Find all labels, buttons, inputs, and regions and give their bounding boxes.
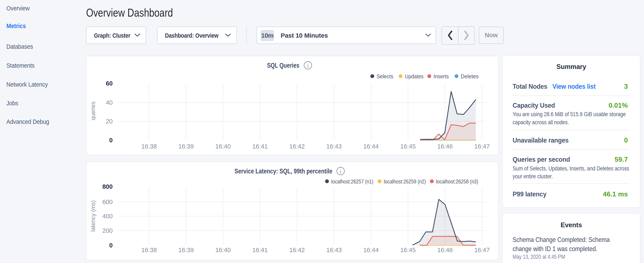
svg-text:i: i [340, 168, 342, 175]
svg-text:16:40: 16:40 [216, 247, 231, 253]
svg-text:800: 800 [102, 183, 113, 190]
svg-text:16:41: 16:41 [252, 247, 268, 253]
svg-text:200: 200 [102, 227, 113, 234]
svg-text:16:38: 16:38 [142, 143, 157, 150]
svg-text:localhost:26259 (n2): localhost:26259 (n2) [384, 178, 426, 184]
svg-text:latency (ms): latency (ms) [90, 200, 96, 231]
svg-text:0: 0 [109, 137, 113, 144]
svg-text:16:46: 16:46 [437, 143, 453, 150]
svg-text:16:39: 16:39 [178, 143, 194, 150]
svg-text:Service Latency: SQL, 99th per: Service Latency: SQL, 99th percentile [234, 167, 332, 175]
svg-text:16:41: 16:41 [252, 143, 268, 150]
svg-text:16:40: 16:40 [216, 143, 231, 150]
svg-text:16:47: 16:47 [474, 247, 490, 253]
svg-text:600: 600 [102, 198, 113, 205]
svg-text:16:42: 16:42 [289, 247, 305, 253]
svg-text:0: 0 [109, 242, 113, 249]
svg-text:40: 40 [106, 99, 113, 106]
svg-text:16:38: 16:38 [142, 247, 157, 253]
svg-text:i: i [307, 63, 309, 69]
svg-text:16:44: 16:44 [363, 143, 379, 150]
svg-text:16:44: 16:44 [363, 247, 379, 253]
svg-text:16:45: 16:45 [400, 143, 416, 150]
svg-text:16:45: 16:45 [400, 247, 416, 253]
svg-text:16:46: 16:46 [437, 247, 453, 253]
svg-text:16:47: 16:47 [474, 143, 490, 150]
svg-text:400: 400 [102, 213, 113, 220]
svg-text:16:42: 16:42 [289, 143, 305, 150]
svg-text:60: 60 [106, 80, 113, 87]
svg-text:16:43: 16:43 [326, 143, 342, 150]
svg-text:localhost:26258 (n3): localhost:26258 (n3) [436, 178, 478, 184]
svg-text:Selects: Selects [376, 73, 393, 79]
svg-text:localhost:26257 (n1): localhost:26257 (n1) [331, 178, 373, 184]
svg-text:Updates: Updates [405, 73, 424, 79]
svg-text:16:43: 16:43 [326, 247, 342, 253]
svg-text:queries: queries [90, 102, 96, 120]
svg-text:20: 20 [106, 118, 113, 125]
svg-text:16:39: 16:39 [178, 247, 194, 253]
svg-text:Inserts: Inserts [434, 73, 449, 79]
svg-text:SQL Queries: SQL Queries [267, 62, 299, 69]
svg-text:Deletes: Deletes [461, 73, 478, 79]
